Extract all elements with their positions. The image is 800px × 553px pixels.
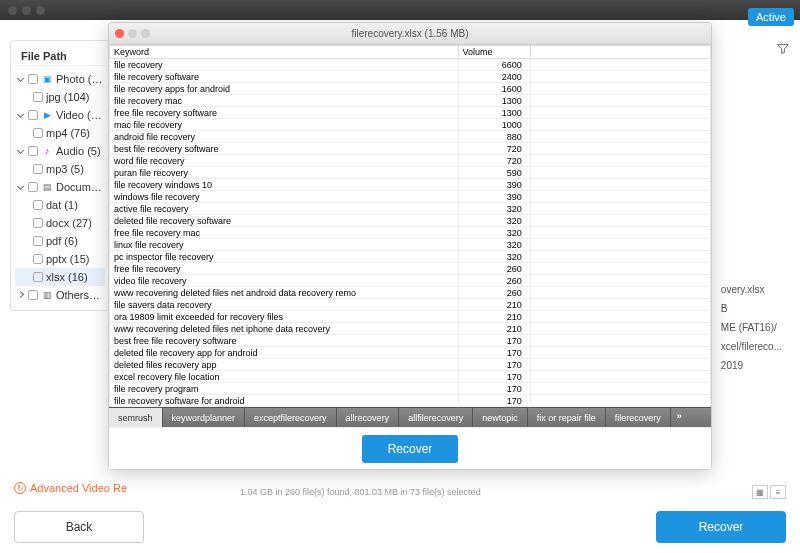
photo-icon: ▣ [41,73,53,85]
app-titlebar [0,0,800,20]
col-keyword: Keyword [110,46,459,59]
table-row[interactable]: video file recovery260 [110,275,711,287]
table-row[interactable]: mac file recovery1000 [110,119,711,131]
doc-icon: ▤ [41,181,53,193]
table-row[interactable]: deleted file recovery software320 [110,215,711,227]
category-label: Photo (104) [56,73,103,85]
table-row[interactable]: excel recovery file location170 [110,371,711,383]
child-label: pptx (15) [46,253,103,265]
table-row[interactable]: ora 19809 limit exceeded for recovery fi… [110,311,711,323]
sidebar: File Path ▣Photo (104)jpg (104)▶Video (7… [10,40,110,311]
modal-header: filerecovery.xlsx (1.56 MB) [109,23,711,45]
checkbox[interactable] [28,110,38,120]
sheet-tab[interactable]: filerecovery [606,408,671,427]
table-row[interactable]: file recovery program170 [110,383,711,395]
tree-child[interactable]: docx (27) [15,214,105,232]
table-row[interactable]: best file recovery software720 [110,143,711,155]
close-icon[interactable] [115,29,124,38]
checkbox[interactable] [33,218,43,228]
sidebar-title: File Path [15,47,105,66]
close-dot[interactable] [8,6,17,15]
list-view-icon[interactable]: ≡ [770,485,786,499]
tree-category[interactable]: ▥Others (10) [15,286,105,304]
tree-child[interactable]: pdf (6) [15,232,105,250]
tree-category[interactable]: ♪Audio (5) [15,142,105,160]
sheet-tab[interactable]: exceptfilerecovery [245,408,337,427]
spreadsheet-view: Keyword Volume file recovery6600file rec… [109,45,711,407]
child-label: mp4 (76) [46,127,103,139]
child-label: pdf (6) [46,235,103,247]
table-row[interactable]: free file recovery mac320 [110,227,711,239]
audio-icon: ♪ [41,145,53,157]
table-row[interactable]: file recovery software2400 [110,71,711,83]
tree-child[interactable]: dat (1) [15,196,105,214]
tree-child[interactable]: jpg (104) [15,88,105,106]
advanced-video-recovery-link[interactable]: ↻ Advanced Video Re [14,482,127,494]
chevron-icon [17,147,25,155]
table-row[interactable]: word file recovery720 [110,155,711,167]
sheet-tab[interactable]: semrush [109,408,163,427]
table-row[interactable]: windows file recovery390 [110,191,711,203]
tree-category[interactable]: ▶Video (76) [15,106,105,124]
table-row[interactable]: file recovery windows 10390 [110,179,711,191]
sheet-tab[interactable]: newtopic [473,408,528,427]
file-details-panel: overy.xlsx B ME (FAT16)/ xcel/filereco..… [721,280,782,375]
table-row[interactable]: www recovering deleted files net iphone … [110,323,711,335]
table-row[interactable]: android file recovery880 [110,131,711,143]
child-label: dat (1) [46,199,103,211]
sheet-tab[interactable]: allrecovery [337,408,400,427]
table-row[interactable]: deleted files recovery app170 [110,359,711,371]
zoom-icon [141,29,150,38]
checkbox[interactable] [33,164,43,174]
table-row[interactable]: file recovery software for android170 [110,395,711,407]
preview-modal: filerecovery.xlsx (1.56 MB) Keyword Volu… [108,22,712,470]
sheet-tab[interactable]: fix or repair file [528,408,606,427]
tabs-more-icon[interactable]: » [671,408,688,427]
table-row[interactable]: linux file recovery320 [110,239,711,251]
back-button[interactable]: Back [14,511,144,543]
table-row[interactable]: file recovery apps for android1600 [110,83,711,95]
minimize-icon [128,29,137,38]
modal-title: filerecovery.xlsx (1.56 MB) [351,28,468,39]
active-button[interactable]: Active [748,8,794,26]
table-row[interactable]: file savers data recovery210 [110,299,711,311]
grid-view-icon[interactable]: ▦ [752,485,768,499]
sheet-tab[interactable]: keywordplanner [163,408,246,427]
tree-category[interactable]: ▤Document ( [15,178,105,196]
table-row[interactable]: free file recovery260 [110,263,711,275]
sheet-tab[interactable]: allfilerecovery [399,408,473,427]
filter-icon[interactable] [776,42,790,56]
tree-child[interactable]: mp3 (5) [15,160,105,178]
tree-child[interactable]: mp4 (76) [15,124,105,142]
table-row[interactable]: deleted file recovery app for android170 [110,347,711,359]
category-label: Others (10) [56,289,103,301]
checkbox[interactable] [33,92,43,102]
checkbox[interactable] [28,146,38,156]
tree-child[interactable]: pptx (15) [15,250,105,268]
checkbox[interactable] [33,128,43,138]
sheet-tabs: semrushkeywordplannerexceptfilerecoverya… [109,407,711,427]
recover-button[interactable]: Recover [656,511,786,543]
table-row[interactable]: file recovery6600 [110,59,711,71]
checkbox[interactable] [28,74,38,84]
min-dot[interactable] [22,6,31,15]
tree-category[interactable]: ▣Photo (104) [15,70,105,88]
table-row[interactable]: file recovery mac1300 [110,95,711,107]
table-row[interactable]: best free file recovery software170 [110,335,711,347]
recover-button-modal[interactable]: Recover [362,435,459,463]
max-dot[interactable] [36,6,45,15]
table-row[interactable]: puran file recovery590 [110,167,711,179]
table-row[interactable]: www recovering deleted files net android… [110,287,711,299]
checkbox[interactable] [28,182,38,192]
checkbox[interactable] [28,290,38,300]
checkbox[interactable] [33,200,43,210]
table-row[interactable]: pc inspector file recovery320 [110,251,711,263]
checkbox[interactable] [33,272,43,282]
checkbox[interactable] [33,254,43,264]
table-row[interactable]: free file recovery software1300 [110,107,711,119]
child-label: mp3 (5) [46,163,103,175]
checkbox[interactable] [33,236,43,246]
tree-child[interactable]: xlsx (16) [15,268,105,286]
table-row[interactable]: active file recovery320 [110,203,711,215]
category-label: Audio (5) [56,145,103,157]
